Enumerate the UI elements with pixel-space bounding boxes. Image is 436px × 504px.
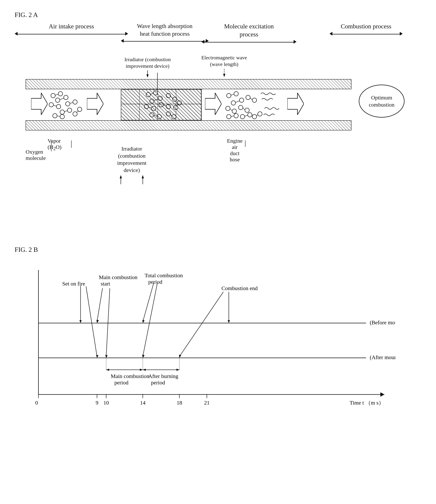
- svg-line-119: [143, 283, 157, 356]
- svg-point-30: [153, 91, 158, 95]
- svg-point-15: [56, 104, 61, 109]
- flow-arrow-2: [87, 93, 103, 116]
- svg-point-65: [238, 105, 243, 110]
- svg-marker-126: [179, 355, 181, 358]
- fig2b-diagram: 0 9 10 14 18 21 Time t （m s） (Before mou…: [15, 257, 417, 422]
- svg-point-50: [166, 112, 171, 116]
- duct-bottom-wall: [26, 120, 351, 131]
- svg-point-39: [152, 106, 156, 111]
- svg-marker-3: [223, 74, 225, 77]
- svg-line-10: [55, 94, 58, 95]
- svg-line-16: [54, 105, 56, 106]
- svg-line-52: [171, 114, 172, 116]
- svg-marker-106: [80, 320, 82, 323]
- fig2b-label: FIG. 2 B: [15, 246, 421, 253]
- svg-marker-124: [228, 320, 230, 323]
- combustion-arrow: [329, 32, 403, 36]
- air-intake-label: Air intake process: [15, 22, 128, 36]
- molecules-group-3: [224, 90, 281, 120]
- svg-marker-4: [31, 93, 48, 115]
- svg-marker-135: [176, 369, 179, 371]
- svg-marker-118: [142, 320, 145, 323]
- svg-line-55: [231, 94, 234, 95]
- arrow-left-icon: [15, 32, 18, 36]
- svg-point-57: [239, 98, 244, 102]
- svg-marker-80: [142, 175, 144, 178]
- svg-text:Set on fire: Set on fire: [62, 280, 85, 287]
- svg-text:18: 18: [177, 400, 182, 406]
- svg-text:period: period: [148, 279, 162, 285]
- fig2a-label: FIG. 2 A: [15, 11, 421, 19]
- fig2a-section: FIG. 2 A Air intake process Wave length …: [15, 11, 421, 224]
- svg-line-25: [57, 116, 60, 116]
- svg-line-34: [154, 99, 158, 101]
- combustion-process-label: Combustion process: [329, 22, 403, 36]
- svg-point-63: [232, 109, 236, 113]
- svg-line-22: [64, 111, 67, 112]
- svg-point-60: [252, 98, 257, 102]
- optimum-combustion-oval: Optimum combustion: [359, 85, 405, 118]
- svg-point-59: [246, 95, 250, 100]
- irradiator-top-arrow: [125, 70, 171, 78]
- svg-text:(After mounting): (After mounting): [370, 354, 395, 360]
- arrow-left-icon: [329, 32, 332, 36]
- svg-text:period: period: [151, 380, 165, 385]
- svg-point-53: [227, 93, 231, 98]
- svg-point-33: [158, 96, 162, 101]
- svg-line-73: [245, 115, 248, 116]
- molecules-group-1: [48, 90, 82, 120]
- svg-line-19: [70, 102, 73, 103]
- svg-line-107: [86, 286, 97, 356]
- engine-duct-label: Engine air duct hose: [227, 138, 243, 163]
- svg-point-48: [157, 114, 162, 119]
- svg-text:0: 0: [35, 400, 38, 406]
- chart-area: 0 9 10 14 18 21 Time t （m s） (Before mou…: [29, 268, 395, 405]
- svg-point-32: [150, 99, 154, 103]
- svg-point-45: [177, 101, 182, 105]
- svg-point-21: [67, 108, 72, 112]
- svg-marker-7: [287, 93, 304, 115]
- svg-point-20: [60, 110, 64, 114]
- svg-line-13: [60, 98, 64, 100]
- duct-top-wall: [26, 79, 351, 89]
- svg-line-67: [243, 108, 245, 110]
- dashed-line-1: [121, 89, 121, 120]
- svg-point-41: [159, 103, 163, 107]
- irradiator-top-label: Irradiator (combustionimprovement device…: [125, 56, 171, 78]
- vapor-label: Vapor (H2O): [48, 138, 62, 151]
- svg-marker-78: [120, 175, 122, 178]
- svg-point-14: [49, 103, 54, 107]
- svg-text:Total combustion: Total combustion: [145, 272, 183, 278]
- svg-point-75: [258, 112, 262, 116]
- svg-marker-5: [87, 93, 103, 115]
- flow-arrow-3: [205, 93, 221, 116]
- svg-marker-108: [96, 355, 99, 358]
- svg-point-29: [146, 93, 150, 97]
- svg-line-117: [143, 283, 154, 322]
- svg-line-58: [236, 101, 239, 102]
- svg-marker-6: [205, 93, 221, 115]
- svg-marker-114: [105, 355, 108, 358]
- irradiator-bottom-label: Irradiator (combustionimprovement device…: [117, 145, 146, 184]
- svg-text:9: 9: [96, 400, 99, 406]
- svg-point-36: [173, 97, 177, 102]
- svg-marker-1: [146, 74, 149, 78]
- svg-line-113: [106, 288, 110, 356]
- svg-line-111: [97, 288, 102, 322]
- svg-line-125: [179, 292, 223, 356]
- svg-line-70: [231, 116, 234, 116]
- svg-point-69: [234, 113, 238, 118]
- svg-line-61: [250, 98, 252, 100]
- svg-text:Main combustion: Main combustion: [111, 373, 149, 379]
- svg-point-44: [173, 105, 178, 110]
- svg-point-11: [55, 98, 60, 102]
- svg-line-64: [230, 109, 232, 111]
- oxygen-molecule-label: Oxygen molecule: [26, 149, 46, 161]
- arrow-left-icon: [121, 39, 124, 43]
- svg-point-47: [150, 113, 154, 117]
- svg-text:period: period: [114, 380, 128, 385]
- svg-line-37: [171, 96, 173, 99]
- svg-point-74: [252, 114, 257, 119]
- svg-text:start: start: [101, 280, 110, 287]
- svg-marker-112: [96, 320, 99, 323]
